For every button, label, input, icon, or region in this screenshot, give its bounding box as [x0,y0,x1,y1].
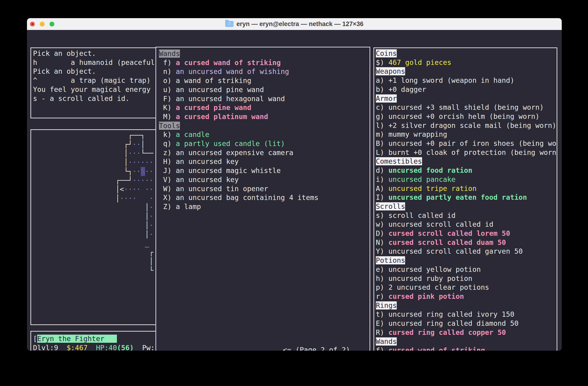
inventory-item-label: +0 dagger [388,85,426,93]
map-wall: └── [141,149,153,157]
inventory-item-key: B) [376,139,388,148]
inventory-item-label: uncursed ruby potion [388,274,472,282]
menu-item-k[interactable]: k) a candle [159,130,370,139]
inventory-item-key: $) [376,58,388,66]
window-title: eryn — eryn@electra — nethack — 127×36 [236,21,363,28]
menu-item-key: z) [159,149,176,157]
terminal-window: eryn — eryn@electra — nethack — 127×36 P… [27,18,562,351]
map-row: │· [36,230,155,239]
inventory-item-key: m) [376,130,388,138]
map-wall: └ [149,266,153,274]
menu-item-label: an uncursed wand of wishing [176,67,289,76]
menu-item-u[interactable]: u) an uncursed pine wand [159,85,370,94]
menu-item-key: o) [159,77,176,85]
map-wall: _ [145,239,149,247]
menu-item-q[interactable]: q) a partly used candle (lit) [159,139,370,148]
map-row: ┌ [36,248,155,257]
inventory-item-h: h) uncursed ruby potion [376,274,557,283]
zoom-button[interactable] [49,22,54,26]
menu-item-o[interactable]: o) a wand of striking [159,76,370,85]
inventory-item-key: N) [376,238,388,246]
menu-item-H[interactable]: H) an uncursed key [159,157,370,166]
inventory-item-key: R) [376,328,388,337]
inventory-section-header: Weapons [376,67,557,76]
menu-item-Z[interactable]: Z) a lamp [159,202,370,211]
inventory-item-label: cursed wand of striking [388,346,485,351]
menu-item-key: u) [159,86,176,94]
menu-item-K[interactable]: K) a cursed pine wand [159,103,370,112]
inventory-item-key: L) [376,148,388,156]
map-wall: │ [149,257,153,265]
inventory-item-label: 2 uncursed clear potions [388,283,489,291]
menu-item-key: W) [159,185,176,193]
menu-item-f[interactable]: f) a cursed wand of striking [159,58,370,67]
inventory-item-label: +1 long sword (weapon in hand) [388,76,514,85]
inventory-item-D: D) cursed scroll called lorem 50 [376,229,557,238]
menu-item-F[interactable]: F) an uncursed hexagonal wand [159,94,370,104]
map-floor: ····· [132,176,153,184]
inventory-item-key: E) [376,319,388,327]
menu-item-key: J) [159,167,176,175]
inventory-section-header: Wands [376,337,557,346]
map-wall: │ [116,185,120,193]
map-floor: · [149,221,153,229]
inventory-item-i: i) uncursed pancake [376,175,557,184]
home-folder-icon [225,21,233,27]
status-window: [Eryn the Fighter Dlvl:9 $:467 HP:40(56)… [30,331,156,351]
inventory-item-E: E) uncursed ring called diamond 50 [376,319,557,328]
inventory-item-label: 467 gold pieces [388,58,451,66]
status-stats-line: Dlvl:9 $:467 HP:40(56) Pw: [33,343,155,351]
inventory-item-$: $) 467 gold pieces [376,58,557,67]
inventory-item-key: Y) [376,247,388,255]
menu-item-M[interactable]: M) a cursed platinum wand [159,112,370,121]
map-wall: └┐ [124,167,132,175]
message-line: Pick an object. [33,67,155,76]
map-row: │· [36,221,155,230]
message-line: Pick an object. [33,49,155,58]
menu-item-W[interactable]: W) an uncursed tin opener [159,184,370,193]
map-wall: │ [145,230,149,238]
menu-item-label: an uncursed hexagonal wand [176,95,285,103]
inventory-section-header: Armor [376,94,557,103]
map-floor: ·· [132,140,141,148]
map-row: │ [36,257,155,266]
inventory-item-label: scroll called id [388,211,456,219]
minimize-button[interactable] [40,22,45,26]
close-button[interactable] [30,22,35,26]
map-wall: │ [145,221,149,229]
inventory-item-label: uncursed +0 pair of iron shoes (being wo [388,139,556,148]
menu-item-n[interactable]: n) an uncursed wand of wishing [159,67,370,76]
inventory-item-l: l) +2 silver dragon scale mail (being wo… [376,121,557,130]
inventory-item-g: g) uncursed +0 orcish helm (being worn) [376,112,557,121]
map-floor: · [149,212,153,220]
menu-item-X[interactable]: X) an uncursed bag containing 4 items [159,193,370,202]
message-line: s - a scroll called id. [33,94,155,103]
titlebar[interactable]: eryn — eryn@electra — nethack — 127×36 [27,18,562,30]
inventory-item-key: p) [376,283,388,291]
inventory-item-key: c) [376,103,388,111]
map-row: └ [36,266,155,275]
inventory-item-key: w) [376,220,388,228]
menu-item-z[interactable]: z) an uncursed expensive camera [159,148,370,157]
inventory-item-key: D) [376,229,388,237]
inventory-section-header: Scrolls [376,202,557,211]
menu-item-key: V) [159,175,176,184]
map-window[interactable]: ┌──┐ ┌┘··│ │···└── │······ └┐··%·· ┌──┘·… [30,129,156,325]
inventory-item-label: +2 silver dragon scale mail (being worn) [388,121,556,129]
map-wall: │ [145,212,149,220]
menu-section-header: Wands [159,49,370,58]
map-wall: ┌┘ [124,140,132,148]
inventory-item-r: r) cursed pink potion [376,292,557,301]
inventory-item-a: a) +1 long sword (weapon in hand) [376,76,557,85]
menu-item-J[interactable]: J) an uncursed magic whistle [159,166,370,175]
menu-item-V[interactable]: V) an uncursed key [159,175,370,184]
map-row: │<···· ·· [36,185,155,194]
inventory-item-w: w) uncursed scroll called id [376,220,557,229]
menu-item-label: a candle [176,130,210,139]
inventory-item-label: uncursed scroll called garven 50 [388,247,523,255]
inventory-item-key: i) [376,175,388,183]
inventory-item-N: N) cursed scroll called duam 50 [376,238,557,247]
menu-item-label: an uncursed tin opener [176,185,268,193]
inventory-item-e: e) uncursed yellow potion [376,265,557,274]
inventory-item-key: b) [376,85,388,93]
